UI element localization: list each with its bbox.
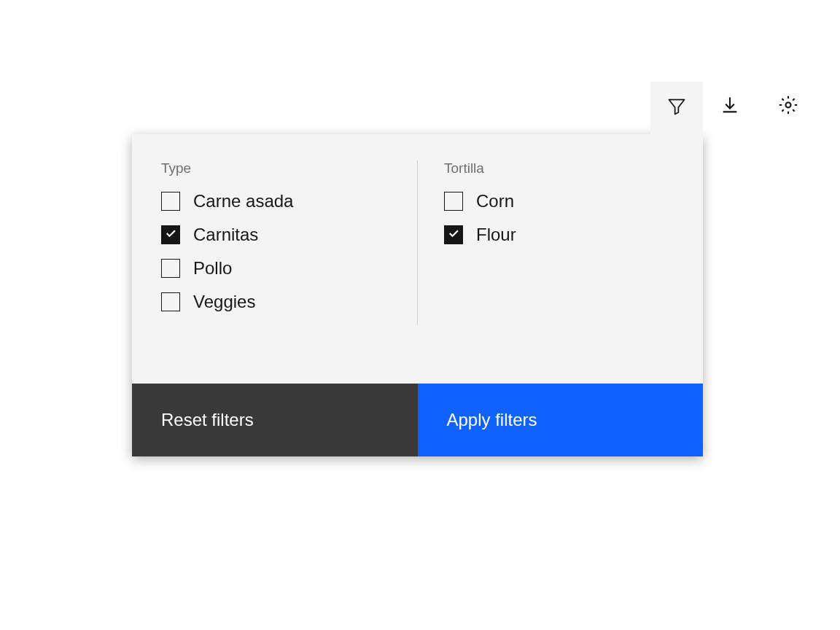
settings-button[interactable] <box>777 95 800 118</box>
apply-filters-button[interactable]: Apply filters <box>418 384 704 456</box>
checkbox-corn[interactable] <box>444 192 463 211</box>
check-icon <box>447 227 460 243</box>
check-icon <box>164 227 177 243</box>
checkbox-label: Flour <box>476 225 516 245</box>
checkbox-label: Veggies <box>193 292 255 312</box>
button-row: Reset filters Apply filters <box>132 384 703 456</box>
toolbar-icons <box>718 95 800 118</box>
checkbox-row-carne-asada[interactable]: Carne asada <box>161 191 391 211</box>
checkbox-row-flour[interactable]: Flour <box>444 225 674 245</box>
filter-panel: Type Carne asada Carnitas Pollo <box>132 134 703 456</box>
filter-icon <box>666 96 687 120</box>
reset-filters-button[interactable]: Reset filters <box>132 384 418 456</box>
checkbox-pollo[interactable] <box>161 259 180 278</box>
filter-column-type: Type Carne asada Carnitas Pollo <box>161 160 418 325</box>
checkbox-row-pollo[interactable]: Pollo <box>161 258 391 279</box>
checkbox-row-veggies[interactable]: Veggies <box>161 292 391 312</box>
filter-column-tortilla: Tortilla Corn Flour <box>418 160 674 325</box>
checkbox-flour[interactable] <box>444 225 463 244</box>
gear-icon <box>778 95 798 118</box>
filter-tab[interactable] <box>650 82 703 134</box>
download-icon <box>720 95 740 118</box>
checkbox-carnitas[interactable] <box>161 225 180 244</box>
svg-point-0 <box>786 103 791 108</box>
checkbox-label: Corn <box>476 191 514 211</box>
checkbox-label: Carnitas <box>193 225 258 245</box>
checkbox-veggies[interactable] <box>161 292 180 311</box>
checkbox-label: Pollo <box>193 258 232 279</box>
checkbox-label: Carne asada <box>193 191 293 211</box>
filter-content: Type Carne asada Carnitas Pollo <box>132 134 703 384</box>
column-header-type: Type <box>161 160 391 176</box>
checkbox-row-corn[interactable]: Corn <box>444 191 674 211</box>
download-button[interactable] <box>718 95 742 118</box>
column-header-tortilla: Tortilla <box>444 160 674 176</box>
checkbox-row-carnitas[interactable]: Carnitas <box>161 225 391 245</box>
checkbox-carne-asada[interactable] <box>161 192 180 211</box>
